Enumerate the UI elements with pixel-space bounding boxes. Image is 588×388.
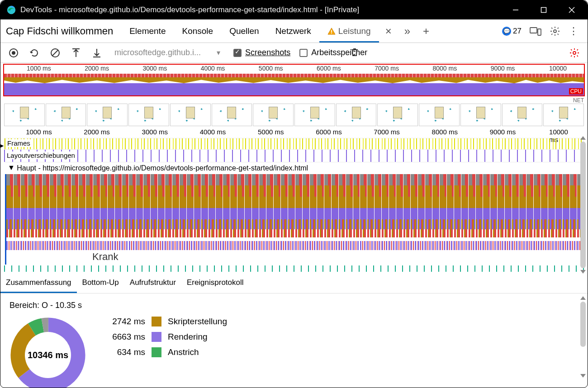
detail-tick: 2000 ms	[84, 128, 110, 136]
screenshot-thumbnail[interactable]	[212, 104, 252, 126]
svg-rect-2	[541, 8, 546, 13]
tabs-overflow-button[interactable]: »	[398, 20, 417, 42]
chat-icon: 💬	[502, 27, 511, 36]
summary-total-ms: 10346 ms	[25, 332, 71, 378]
window-title: DevTools - microsoftedge.github.io/Demos…	[20, 5, 502, 14]
summary-tab[interactable]: Zusammenfassung	[0, 274, 77, 293]
issues-counter[interactable]: 💬 27	[502, 27, 522, 36]
device-emulation-button[interactable]	[530, 26, 541, 36]
summary-donut-chart: 10346 ms	[9, 317, 86, 388]
expand-frames-icon[interactable]: ▶	[0, 141, 4, 150]
window-maximize-button[interactable]	[530, 0, 558, 19]
screenshot-thumbnail[interactable]	[87, 104, 128, 126]
legend-row: 2742 msSkripterstellung	[104, 317, 227, 326]
screenshot-thumbnail[interactable]	[336, 104, 377, 126]
cpu-label: CPU	[569, 88, 583, 95]
legend-ms: 6663 ms	[104, 332, 145, 342]
legend-row: 634 msAnstrich	[104, 347, 227, 357]
performance-toolbar: microsoftedge.github.i... ▾ Screenshots …	[0, 43, 588, 63]
tab-performance[interactable]: Leistung	[319, 20, 379, 42]
overview-tick: 5000 ms	[259, 65, 283, 72]
bottom-up-tab[interactable]: Bottom-Up	[77, 274, 124, 293]
screenshots-filmstrip[interactable]	[4, 104, 584, 126]
more-options-button[interactable]: ⋮	[569, 25, 579, 37]
screenshots-label: Screenshots	[245, 48, 290, 57]
summary-range: Bereich: O - 10.35 s	[9, 301, 579, 310]
overview-net-row: NET	[4, 97, 584, 103]
settings-button[interactable]	[550, 26, 560, 37]
legend-ms: 634 ms	[104, 347, 145, 357]
frames-track[interactable]: ▶ Frames	[4, 138, 584, 150]
trash-icon[interactable]	[350, 47, 359, 57]
scroll-down-icon[interactable]	[580, 270, 586, 274]
main-track-header[interactable]: ▼ Haupt - https://microsoftedge.github.i…	[4, 162, 584, 174]
memory-checkbox[interactable]	[299, 49, 308, 57]
layout-shifts-track[interactable]: Layoutverschiebungen	[4, 150, 584, 162]
detail-tick: 8000 ms	[432, 128, 458, 136]
memory-checkbox-group[interactable]: Arbeitsspeicher	[299, 48, 367, 57]
tab-close-button[interactable]: ×	[379, 20, 398, 42]
call-tree-tab[interactable]: Aufrufstruktur	[124, 274, 181, 293]
screenshot-thumbnail[interactable]	[170, 104, 211, 126]
svg-point-11	[12, 51, 15, 55]
download-profile-button[interactable]	[91, 47, 103, 59]
profile-selector[interactable]: microsoftedge.github.i...	[112, 48, 204, 57]
svg-line-13	[52, 50, 58, 56]
screenshots-checkbox[interactable]	[233, 49, 242, 57]
overview-tick: 6000 ms	[317, 65, 341, 72]
screenshot-thumbnail[interactable]	[377, 104, 418, 126]
tab-elements[interactable]: Elemente	[121, 20, 174, 42]
scroll-up-icon[interactable]	[580, 136, 586, 140]
tab-sources[interactable]: Quellen	[221, 20, 267, 42]
window-close-button[interactable]	[558, 0, 586, 19]
detail-tick: 3000 ms	[142, 128, 168, 136]
window-minimize-button[interactable]	[502, 0, 530, 19]
summary-scrollbar[interactable]	[580, 302, 586, 347]
tab-console[interactable]: Konsole	[174, 20, 221, 42]
net-label: NET	[573, 97, 584, 103]
screenshot-thumbnail[interactable]	[460, 104, 501, 126]
screenshot-thumbnail[interactable]	[4, 104, 45, 126]
svg-rect-6	[331, 33, 332, 33]
summary-scroll-up-icon[interactable]	[580, 296, 586, 300]
svg-point-18	[573, 52, 576, 54]
screenshots-checkbox-group[interactable]: Screenshots	[233, 48, 290, 57]
overview-timeline[interactable]: 1000 ms2000 ms3000 ms4000 ms5000 ms6000 …	[3, 64, 585, 96]
overview-tick: 7000 ms	[375, 65, 399, 72]
svg-rect-5	[331, 30, 332, 32]
screenshot-thumbnail[interactable]	[419, 104, 460, 126]
tab-network[interactable]: Netzwerk	[267, 20, 319, 42]
page-title: Cap Fidschi willkommen	[6, 25, 113, 37]
record-button[interactable]	[8, 47, 19, 59]
gpu-track[interactable]	[4, 265, 584, 272]
legend-label: Rendering	[168, 332, 208, 342]
detail-ruler[interactable]: 1000 ms2000 ms3000 ms4000 ms5000 ms6000 …	[4, 128, 584, 138]
svg-point-9	[554, 30, 556, 33]
screenshot-thumbnail[interactable]	[46, 104, 86, 126]
tab-performance-label: Leistung	[338, 26, 371, 36]
window-titlebar: DevTools - microsoftedge.github.io/Demos…	[0, 0, 588, 19]
main-flame-chart[interactable]: Krank	[5, 174, 584, 265]
screenshot-thumbnail[interactable]	[128, 104, 169, 126]
profile-selector-dropdown-icon[interactable]: ▾	[213, 47, 224, 59]
upload-profile-button[interactable]	[70, 47, 82, 59]
screenshot-thumbnail[interactable]	[253, 104, 294, 126]
reload-record-button[interactable]	[28, 47, 40, 59]
clear-button[interactable]	[49, 47, 61, 59]
overview-ruler: 1000 ms2000 ms3000 ms4000 ms5000 ms6000 …	[4, 65, 584, 74]
screenshot-thumbnail[interactable]	[294, 104, 335, 126]
collapse-main-icon[interactable]: ▼	[8, 164, 15, 172]
screenshot-thumbnail[interactable]	[502, 104, 543, 126]
edge-browser-icon	[6, 5, 17, 15]
summary-scroll-down-icon[interactable]	[580, 374, 586, 378]
main-track-label: Haupt - https://microsoftedge.github.io/…	[17, 164, 308, 172]
screenshot-thumbnail[interactable]	[543, 104, 584, 126]
warning-icon	[327, 28, 336, 35]
overview-tick: 8000 ms	[432, 65, 457, 72]
event-log-tab[interactable]: Ereignisprotokoll	[181, 274, 249, 293]
main-scrollbar[interactable]	[580, 142, 586, 268]
tab-add-button[interactable]: +	[417, 20, 436, 42]
legend-swatch	[152, 347, 161, 357]
capture-settings-button[interactable]	[569, 47, 580, 59]
overview-cpu-chart: CPU	[4, 74, 584, 95]
